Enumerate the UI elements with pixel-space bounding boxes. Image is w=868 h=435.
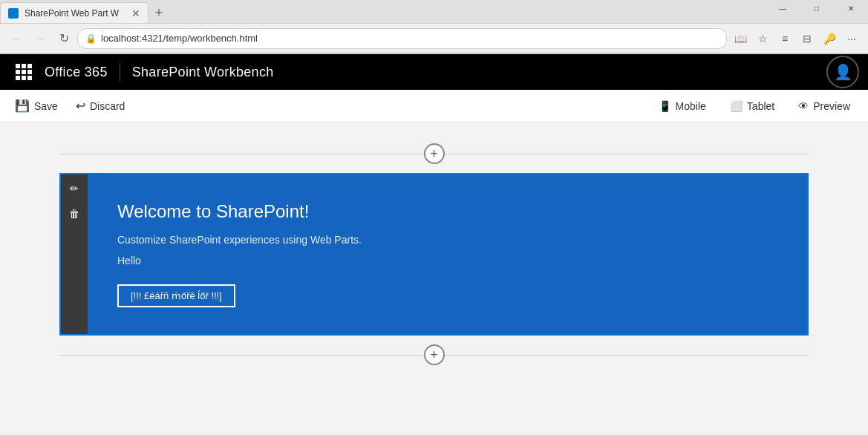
lock-icon: 🔒 (85, 33, 97, 44)
app-grid-button[interactable] (9, 57, 39, 87)
delete-webpart-button[interactable]: 🗑 (63, 203, 85, 225)
office365-title: Office 365 (45, 65, 108, 80)
webpart-description: Customize SharePoint experiences using W… (117, 234, 777, 246)
more-button[interactable]: ··· (841, 28, 862, 49)
close-button[interactable]: ✕ (834, 0, 868, 23)
workbench-title: SharePoint Workbench (132, 65, 274, 80)
favorites-button[interactable]: ☆ (752, 28, 773, 49)
discard-button[interactable]: ↩ Discard (73, 96, 128, 116)
minimize-button[interactable]: — (766, 0, 800, 23)
learn-more-button[interactable]: [!!! £éářñ ṁőřě ĺőř !!!] (117, 284, 235, 307)
window-controls: — □ ✕ (766, 0, 868, 23)
tablet-button[interactable]: ⬜ Tablet (724, 97, 780, 115)
webpart-hello: Hello (117, 255, 777, 266)
app-header: Office 365 SharePoint Workbench 👤 (0, 54, 868, 90)
edit-webpart-button[interactable]: ✏ (63, 177, 85, 200)
save-icon: 💾 (15, 99, 30, 113)
browser-actions: 📖 ☆ ≡ ⊟ 🔑 ··· (730, 28, 862, 49)
browser-toolbar: ← → ↻ 🔒 localhost:4321/temp/workbench.ht… (0, 24, 868, 53)
preview-label: Preview (813, 100, 850, 112)
back-button[interactable]: ← (6, 28, 27, 49)
bottom-sep-line-left (59, 355, 424, 356)
webpart-title: Welcome to SharePoint! (117, 201, 777, 222)
top-add-separator: + (59, 143, 809, 164)
refresh-button[interactable]: ↻ (53, 28, 74, 49)
mobile-label: Mobile (676, 100, 706, 112)
webpart-zone: ✏ 🗑 Welcome to SharePoint! Customize Sha… (59, 173, 809, 336)
address-bar[interactable]: 🔒 localhost:4321/temp/workbench.html (77, 28, 727, 49)
tab-title: SharePoint Web Part W (25, 8, 125, 19)
dev-tools-button[interactable]: ⊟ (797, 28, 818, 49)
save-label: Save (34, 100, 58, 112)
address-text: localhost:4321/temp/workbench.html (101, 33, 719, 44)
menu-button[interactable]: ≡ (774, 28, 795, 49)
extensions-button[interactable]: 🔑 (819, 28, 840, 49)
bottom-add-section-button[interactable]: + (424, 344, 445, 365)
new-tab-button[interactable]: + (149, 2, 169, 23)
mobile-icon: 📱 (659, 100, 671, 112)
mobile-button[interactable]: 📱 Mobile (653, 97, 712, 115)
tablet-icon: ⬜ (730, 100, 743, 112)
workbench-canvas: + ✏ 🗑 Welcome to SharePoint! Customize S… (0, 122, 868, 435)
webpart-content: Welcome to SharePoint! Customize SharePo… (88, 174, 807, 334)
top-sep-line-right (445, 154, 809, 154)
tab-close-button[interactable]: ✕ (131, 8, 140, 19)
discard-icon: ↩ (76, 99, 85, 113)
save-button[interactable]: 💾 Save (12, 96, 61, 116)
discard-label: Discard (90, 100, 125, 112)
browser-chrome: SharePoint Web Part W ✕ + — □ ✕ ← → ↻ 🔒 … (0, 0, 868, 54)
top-add-section-button[interactable]: + (424, 143, 445, 164)
grid-dots-icon (16, 64, 32, 80)
reader-view-button[interactable]: 📖 (730, 28, 751, 49)
user-avatar[interactable]: 👤 (826, 56, 859, 88)
header-divider (120, 63, 120, 81)
bottom-add-icon: + (430, 348, 438, 362)
tablet-label: Tablet (747, 100, 774, 112)
workbench-toolbar: 💾 Save ↩ Discard 📱 Mobile ⬜ Tablet 👁 Pre… (0, 90, 868, 122)
forward-button[interactable]: → (30, 28, 50, 49)
preview-button[interactable]: 👁 Preview (792, 97, 856, 115)
preview-icon: 👁 (798, 100, 809, 112)
tab-favicon (8, 8, 19, 19)
bottom-add-separator: + (59, 344, 809, 365)
webpart-controls: ✏ 🗑 (61, 174, 88, 334)
maximize-button[interactable]: □ (800, 0, 834, 23)
top-sep-line-left (59, 154, 424, 154)
browser-tab[interactable]: SharePoint Web Part W ✕ (0, 2, 149, 23)
bottom-sep-line-right (445, 355, 809, 356)
top-add-icon: + (430, 147, 438, 160)
